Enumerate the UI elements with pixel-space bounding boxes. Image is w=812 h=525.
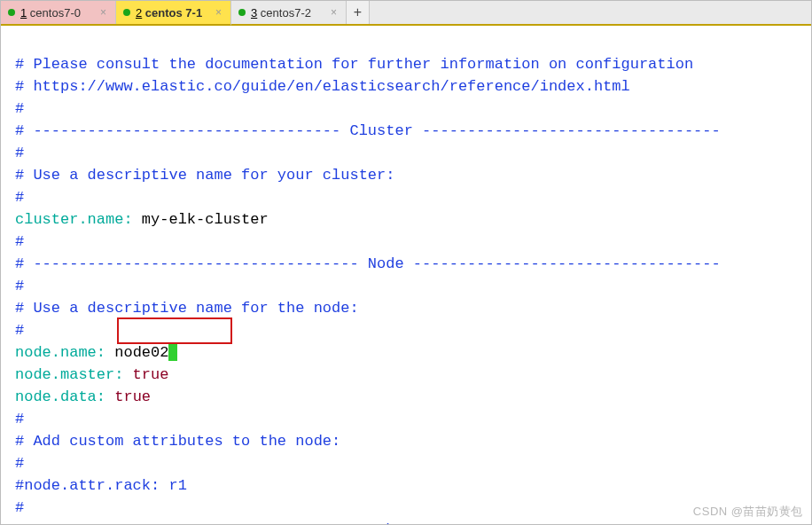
comment-line: # Please consult the documentation for f… xyxy=(15,56,693,73)
tab-label: centos7-2 xyxy=(261,6,311,20)
key-node-data: node.data: xyxy=(15,388,105,405)
status-dot-icon xyxy=(238,9,246,16)
comment-line: # xyxy=(15,100,24,117)
comment-line: # xyxy=(15,145,24,161)
comment-line: # https://www.elastic.co/guide/en/elasti… xyxy=(15,78,630,95)
comment-line: # xyxy=(15,499,24,516)
comment-line: # Use a descriptive name for the node: xyxy=(15,300,359,317)
comment-line: # Use a descriptive name for your cluste… xyxy=(15,167,394,184)
section-header-node: # ------------------------------------ N… xyxy=(15,255,721,272)
status-dot-icon xyxy=(8,9,15,16)
close-icon[interactable]: × xyxy=(210,6,222,19)
status-dot-icon xyxy=(123,9,130,16)
tab-label: centos7-0 xyxy=(30,6,81,20)
tab-num: 3 xyxy=(251,6,257,20)
comment-line: # xyxy=(15,233,24,250)
tab-centos7-2[interactable]: 3 centos7-2 × xyxy=(231,1,347,24)
tab-bar: 1 centos7-0 × 2 centos 7-1 × 3 centos7-2… xyxy=(1,1,811,26)
tab-centos7-0[interactable]: 1 centos7-0 × xyxy=(1,1,116,24)
comment-line: # xyxy=(15,411,24,427)
value-node-master: true xyxy=(123,366,168,383)
close-icon[interactable]: × xyxy=(325,6,337,19)
editor-area[interactable]: # Please consult the documentation for f… xyxy=(1,26,811,525)
key-cluster-name: cluster.name: xyxy=(15,211,133,228)
comment-line: # xyxy=(15,189,24,206)
close-icon[interactable]: × xyxy=(95,6,106,19)
comment-line: # xyxy=(15,322,24,339)
tab-num: 1 xyxy=(20,6,27,20)
key-node-name: node.name: xyxy=(15,344,105,361)
comment-line: # xyxy=(15,455,24,472)
comment-line: # Add custom attributes to the node: xyxy=(15,433,340,450)
value-node-name: node02 xyxy=(105,344,168,361)
highlight-box xyxy=(117,317,232,344)
comment-line: # xyxy=(15,278,24,294)
tab-num: 2 xyxy=(136,6,142,20)
value-cluster-name: my-elk-cluster xyxy=(133,211,269,228)
section-header-cluster: # ---------------------------------- Clu… xyxy=(15,122,721,139)
tab-label: centos 7-1 xyxy=(145,6,202,20)
tab-centos7-1[interactable]: 2 centos 7-1 × xyxy=(116,1,231,26)
section-header-paths: # ----------------------------------- Pa… xyxy=(15,521,721,525)
add-tab-button[interactable]: + xyxy=(347,1,370,24)
value-node-data: true xyxy=(105,388,151,405)
watermark: CSDN @苗苗奶黄包 xyxy=(693,504,803,520)
text-cursor xyxy=(168,343,177,361)
comment-line: #node.attr.rack: r1 xyxy=(15,477,187,494)
key-node-master: node.master: xyxy=(15,366,123,383)
